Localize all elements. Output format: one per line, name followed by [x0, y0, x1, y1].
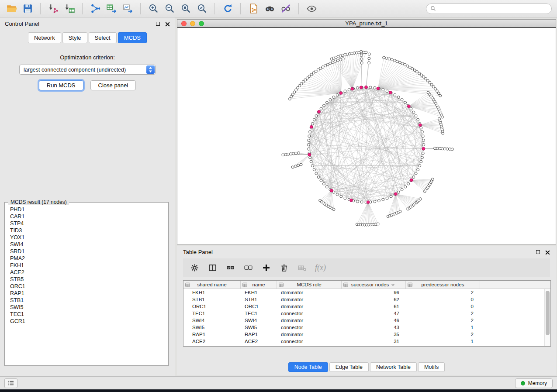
mcds-result-item[interactable]: CAR1 [10, 213, 168, 220]
find-icon[interactable] [263, 3, 276, 15]
mcds-result-item[interactable]: SWI5 [10, 304, 168, 311]
cell-predecessor-nodes: 2 [406, 289, 480, 296]
table-row[interactable]: FKH1FKH1dominator962 [183, 289, 544, 296]
mcds-result-item[interactable]: GCR1 [10, 318, 168, 325]
tab-network-table[interactable]: Network Table [370, 362, 417, 372]
float-panel-icon[interactable] [156, 22, 160, 26]
column-options-icon[interactable] [343, 282, 349, 288]
memory-label: Memory [528, 380, 547, 386]
table-scrollbar[interactable] [544, 289, 550, 346]
column-options-icon[interactable] [407, 282, 413, 288]
run-mcds-button[interactable]: Run MCDS [39, 80, 83, 90]
table-row[interactable]: YOX1YOX1connector291 [183, 345, 544, 346]
export-image-icon[interactable] [121, 3, 134, 15]
zoom-in-icon[interactable] [147, 3, 159, 15]
add-column-icon[interactable] [261, 263, 271, 272]
zoom-out-icon[interactable] [163, 3, 176, 15]
zoom-fit-content-icon[interactable] [180, 3, 192, 15]
table-row[interactable]: TEC1TEC1connector472 [183, 310, 544, 317]
close-panel-button[interactable]: Close panel [90, 80, 136, 90]
column-options-icon[interactable] [185, 282, 190, 288]
window-zoom-icon[interactable] [199, 21, 204, 26]
mcds-result-item[interactable]: ACE2 [10, 269, 168, 276]
mcds-result-item[interactable]: STB1 [10, 297, 168, 304]
cell-predecessor-nodes: 0 [406, 296, 480, 303]
mcds-result-item[interactable]: SRD1 [10, 248, 168, 255]
cell-mcds-role: dominator [277, 331, 342, 338]
export-network-icon[interactable] [89, 3, 101, 15]
column-header-shared-name[interactable]: shared name [183, 281, 241, 289]
search-input[interactable] [439, 6, 547, 12]
cell-name: ACE2 [241, 338, 277, 345]
mcds-result-item[interactable]: TEC1 [10, 311, 168, 318]
memory-button[interactable]: Memory [515, 378, 553, 388]
column-options-icon[interactable] [278, 282, 284, 288]
column-header-MCDS-role[interactable]: MCDS role [277, 281, 342, 289]
cell-name: SWI4 [241, 317, 277, 324]
float-table-panel-icon[interactable] [536, 250, 540, 254]
tab-network[interactable]: Network [28, 32, 61, 43]
settings-gear-icon[interactable] [190, 263, 199, 272]
search-box[interactable] [426, 3, 552, 14]
panel-menu-button[interactable] [4, 378, 17, 388]
mcds-result-item[interactable]: STB5 [10, 276, 168, 283]
network-canvas[interactable] [177, 28, 556, 244]
save-session-icon[interactable] [21, 3, 34, 15]
tab-select[interactable]: Select [89, 32, 117, 43]
cell-mcds-role: dominator [277, 296, 342, 303]
table-row[interactable]: SWI5SWI5connector431 [183, 324, 544, 331]
mcds-result-item[interactable]: PHD1 [10, 206, 168, 213]
hide-graphics-details-icon[interactable] [280, 3, 292, 15]
window-minimize-icon[interactable] [190, 21, 195, 26]
close-panel-icon[interactable] [165, 21, 170, 26]
table-row[interactable]: STB1STB1dominator620 [183, 296, 544, 303]
column-header-predecessor-nodes[interactable]: predecessor nodes [406, 281, 480, 289]
network-graph[interactable] [177, 28, 556, 244]
tab-style[interactable]: Style [62, 32, 87, 43]
function-builder-button[interactable]: f(x) [315, 263, 326, 272]
close-table-panel-icon[interactable] [545, 250, 550, 254]
mcds-result-item[interactable]: FKH1 [10, 262, 168, 269]
column-label: MCDS role [297, 282, 321, 287]
cell-name: RAP1 [241, 331, 277, 338]
table-row[interactable]: ACE2ACE2connector311 [183, 338, 544, 345]
sort-indicator-icon[interactable] [390, 282, 396, 288]
mcds-result-item[interactable]: STP4 [10, 220, 168, 227]
import-network-from-file-icon[interactable] [47, 3, 59, 15]
tab-node-table[interactable]: Node Table [288, 362, 328, 372]
hide-columns-icon[interactable] [297, 263, 307, 272]
table-row[interactable]: SWI4SWI4dominator462 [183, 317, 544, 324]
open-file-icon[interactable] [5, 3, 17, 15]
mcds-result-item[interactable]: RAP1 [10, 290, 168, 297]
table-row[interactable]: ORC1ORC1dominator610 [183, 303, 544, 310]
import-table-from-file-icon[interactable] [63, 3, 76, 15]
show-graphics-details-icon[interactable] [305, 3, 318, 15]
mcds-result-item[interactable]: SWI4 [10, 241, 168, 248]
column-header-successor-nodes[interactable]: successor nodes [342, 281, 406, 289]
zoom-selected-icon[interactable] [196, 3, 208, 15]
export-table-icon[interactable] [105, 3, 118, 15]
network-file-icon[interactable] [247, 3, 259, 15]
cell-predecessor-nodes: 1 [406, 338, 480, 345]
mcds-result-list[interactable]: PHD1CAR1STP4TID3YOX1SWI4SRD1PMA2FKH1ACE2… [5, 203, 168, 365]
refresh-view-icon[interactable] [221, 3, 234, 15]
delete-column-icon[interactable] [279, 263, 289, 272]
window-close-icon[interactable] [181, 21, 187, 26]
select-all-icon[interactable] [225, 263, 235, 272]
mcds-result-item[interactable]: TID3 [10, 227, 168, 234]
network-window-titlebar[interactable]: YPA_prune.txt_1 [177, 20, 556, 28]
table-row[interactable]: RAP1RAP1dominator352 [183, 331, 544, 338]
optimization-criterion-select[interactable]: largest connected component (undirected) [19, 65, 156, 75]
tab-edge-table[interactable]: Edge Table [329, 362, 369, 372]
column-header-name[interactable]: name [241, 281, 277, 289]
mcds-result-item[interactable]: YOX1 [10, 234, 168, 241]
column-options-icon[interactable] [242, 282, 248, 288]
tab-motifs[interactable]: Motifs [418, 362, 445, 372]
mcds-result-item[interactable]: PMA2 [10, 255, 168, 262]
cell-name: YOX1 [241, 345, 277, 346]
scrollbar-thumb[interactable] [546, 291, 550, 335]
unselect-all-icon[interactable] [243, 263, 253, 272]
mcds-result-item[interactable]: ORC1 [10, 283, 168, 290]
split-panel-icon[interactable] [208, 263, 217, 272]
tab-mcds[interactable]: MCDS [118, 32, 147, 43]
